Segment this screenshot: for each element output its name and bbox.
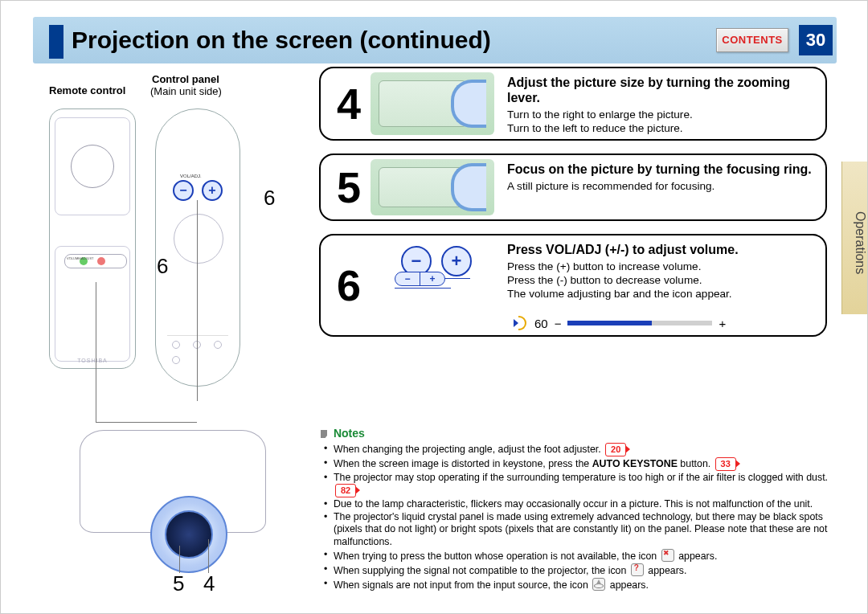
focus-ring-icon xyxy=(451,163,486,211)
volume-minus-label: − xyxy=(555,317,562,330)
note-item: When the screen image is distorted in ke… xyxy=(324,457,835,471)
note-text: When trying to press the button whose op… xyxy=(334,551,660,562)
notes-list: When changing the projecting angle, adju… xyxy=(324,443,835,591)
speaker-icon xyxy=(514,316,528,330)
control-panel-label: Control panel xyxy=(152,73,219,85)
panel-led xyxy=(172,356,180,364)
callout-5-focusing-ring: 5 xyxy=(173,571,184,596)
volume-onscreen-display: 60 − + xyxy=(514,316,726,330)
step-5-line1: A still picture is recommended for focus… xyxy=(507,180,816,194)
note-text: When changing the projecting angle, adju… xyxy=(334,444,604,455)
step-4-title: Adjust the picture size by turning the z… xyxy=(507,75,816,105)
vol-pill-pair: − + xyxy=(395,272,445,286)
step-6-body: Press VOL/ADJ (+/-) to adjust volume. Pr… xyxy=(502,235,825,309)
step-6-illustration: − + − + xyxy=(371,239,494,331)
step-6-line3: The volume adjusting bar and the icon ap… xyxy=(507,288,816,301)
note-item: When supplying the signal not compatible… xyxy=(324,563,835,577)
left-labels: Remote control Control panel (Main unit … xyxy=(43,73,300,105)
projector-lens xyxy=(165,510,213,559)
note-text: When the screen image is distorted in ke… xyxy=(334,458,592,469)
callout-6-control-panel: 6 xyxy=(264,186,275,211)
step-5-illustration xyxy=(371,159,494,215)
pill-minus: − xyxy=(395,272,420,285)
steps-column: 4 Adjust the picture size by turning the… xyxy=(319,67,833,350)
left-illustration-column: Remote control Control panel (Main unit … xyxy=(43,73,300,587)
step-4-line1: Turn to the right to enlarge the picture… xyxy=(507,108,816,122)
note-text: appears. xyxy=(648,565,686,576)
lead-line xyxy=(179,546,180,573)
page-ref-33[interactable]: 33 xyxy=(715,457,736,471)
volume-bar xyxy=(567,321,712,325)
step-4-card: 4 Adjust the picture size by turning the… xyxy=(319,67,827,141)
step-5-number: 5 xyxy=(327,155,371,219)
note-bold: AUTO KEYSTONE xyxy=(592,458,678,469)
page-number: 30 xyxy=(799,25,833,55)
notes-heading: Notes xyxy=(334,427,365,440)
step-4-body: Adjust the picture size by turning the z… xyxy=(502,68,825,141)
note-item: The projector may stop operating if the … xyxy=(324,472,835,497)
volume-plus-label: + xyxy=(719,317,726,330)
note-text: appears. xyxy=(678,551,717,562)
page: Projection on the screen (continued) CON… xyxy=(0,0,868,614)
step-6-title: Press VOL/ADJ (+/-) to adjust volume. xyxy=(507,242,816,257)
callout-4-zooming-lever: 4 xyxy=(203,571,215,596)
step-5-title: Focus on the picture by turning the focu… xyxy=(507,162,816,177)
page-ref-82[interactable]: 82 xyxy=(335,484,356,497)
notes-bookmark-icon xyxy=(321,430,327,438)
lead-line xyxy=(197,200,198,401)
remote-control-illustration: VOLUME/ADJUST TOSHIBA xyxy=(49,108,136,369)
control-panel-volume-row: − + xyxy=(170,180,228,196)
incompatible-signal-icon xyxy=(631,563,644,576)
remote-control-label: Remote control xyxy=(49,84,125,96)
step-6-line1: Press the (+) button to increase volume. xyxy=(507,260,816,274)
panel-led xyxy=(214,341,222,349)
page-ref-20[interactable]: 20 xyxy=(605,443,626,456)
step-6-number: 6 xyxy=(327,235,371,335)
volume-value: 60 xyxy=(534,317,548,330)
section-tab-operations[interactable]: Operations xyxy=(841,162,867,314)
panel-vol-minus-icon: − xyxy=(173,180,194,201)
step-4-illustration xyxy=(371,72,494,135)
projector-illustration xyxy=(63,401,289,571)
remote-nav-pad xyxy=(71,145,114,188)
contents-button[interactable]: CONTENTS xyxy=(716,28,788,52)
notes-section: Notes When changing the projecting angle… xyxy=(321,427,835,592)
step-4-number: 4 xyxy=(327,68,371,139)
note-text: When supplying the signal not compatible… xyxy=(334,565,629,576)
step-5-body: Focus on the picture by turning the focu… xyxy=(502,155,825,202)
note-text: appears. xyxy=(610,579,649,591)
page-header: Projection on the screen (continued) CON… xyxy=(33,17,837,63)
control-panel-sublabel: (Main unit side) xyxy=(150,85,222,97)
note-text: button. xyxy=(678,458,714,469)
no-signal-icon xyxy=(592,578,605,591)
volume-pill-buttons: − + xyxy=(395,272,451,289)
header-accent xyxy=(49,25,63,59)
note-item: When signals are not input from the inpu… xyxy=(324,578,835,591)
panel-led xyxy=(172,341,180,349)
lead-line xyxy=(208,539,209,573)
unavailable-icon xyxy=(661,549,674,562)
notes-heading-row: Notes xyxy=(321,427,835,440)
remote-volume-row: VOLUME/ADJUST xyxy=(64,254,127,268)
zoom-lever-icon xyxy=(451,80,486,128)
control-panel-voladj-label: VOL/ADJ. xyxy=(180,174,202,178)
note-text: The projector may stop operating if the … xyxy=(334,472,828,483)
callout-6-remote: 6 xyxy=(157,254,168,279)
remote-vol-plus-dot xyxy=(97,257,105,265)
remote-volume-label: VOLUME/ADJUST xyxy=(67,256,94,260)
panel-nav-ring xyxy=(174,214,223,264)
panel-vol-plus-icon: + xyxy=(202,180,223,201)
note-text: When signals are not input from the inpu… xyxy=(334,579,591,591)
note-item: When trying to press the button whose op… xyxy=(324,549,835,563)
remote-brand-label: TOSHIBA xyxy=(50,358,135,363)
page-title: Projection on the screen (continued) xyxy=(72,27,491,54)
step-6-card: 6 − + − + Press VOL/ADJ (+/-) to adjust … xyxy=(319,234,827,337)
volume-bar-fill xyxy=(567,321,651,325)
step-4-line2: Turn to the left to reduce the picture. xyxy=(507,122,816,136)
underline xyxy=(395,288,451,289)
note-item: When changing the projecting angle, adju… xyxy=(324,443,835,456)
step-5-card: 5 Focus on the picture by turning the fo… xyxy=(319,154,827,221)
pill-plus: + xyxy=(420,272,444,285)
note-item: The projector's liquid crystal panel is … xyxy=(324,511,835,547)
step-6-line2: Press the (-) button to decrease volume. xyxy=(507,274,816,288)
